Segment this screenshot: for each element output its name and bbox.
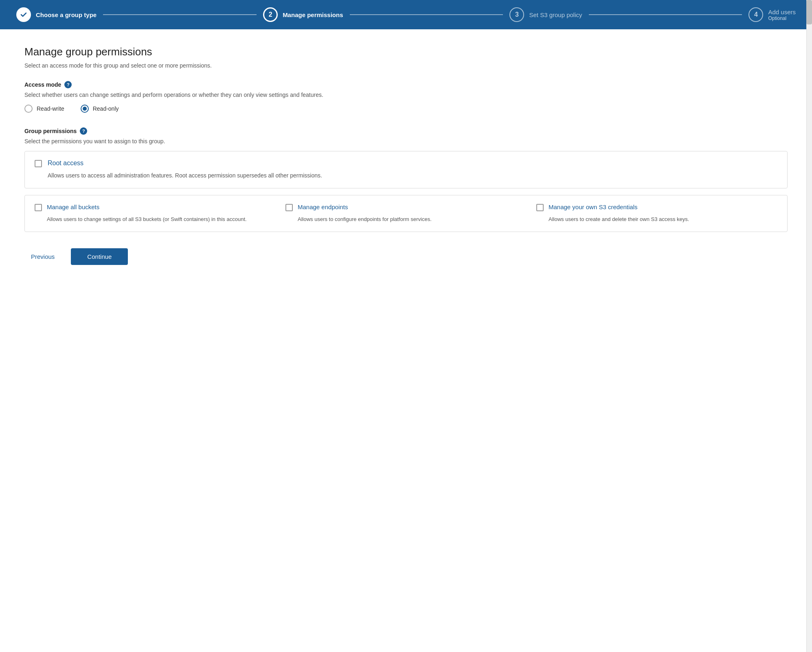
step-add-users[interactable]: 4 Add users Optional	[748, 7, 796, 22]
radio-read-write-label: Read-write	[37, 105, 64, 112]
page-description: Select an access mode for this group and…	[24, 62, 788, 69]
manage-endpoints-title: Manage endpoints	[298, 203, 348, 210]
group-permissions-label: Group permissions ?	[24, 127, 788, 135]
root-access-checkbox[interactable]	[35, 160, 42, 167]
radio-read-write-circle[interactable]	[24, 105, 33, 113]
manage-own-s3-desc: Allows users to create and delete their …	[549, 215, 777, 223]
step-manage-permissions[interactable]: 2 Manage permissions	[263, 7, 343, 22]
permissions-grid: Manage all buckets Allows users to chang…	[35, 203, 777, 223]
manage-own-s3-header: Manage your own S3 credentials	[536, 203, 777, 211]
manage-own-s3-perm: Manage your own S3 credentials Allows us…	[536, 203, 777, 223]
access-mode-help-icon[interactable]: ?	[64, 81, 72, 88]
manage-all-buckets-desc: Allows users to change settings of all S…	[47, 215, 276, 223]
radio-read-only-label: Read-only	[93, 105, 119, 112]
step-2-label: Manage permissions	[283, 11, 343, 18]
previous-button[interactable]: Previous	[24, 249, 61, 264]
wizard-header: Choose a group type 2 Manage permissions…	[0, 0, 812, 29]
access-mode-section-label: Access mode ?	[24, 81, 788, 88]
connector-3-4	[589, 14, 742, 15]
manage-all-buckets-title: Manage all buckets	[47, 203, 99, 210]
step-3-icon: 3	[509, 7, 524, 22]
radio-read-only-circle[interactable]	[81, 105, 89, 113]
manage-all-buckets-header: Manage all buckets	[35, 203, 276, 211]
scrollbar-thumb[interactable]	[806, 0, 812, 24]
manage-all-buckets-checkbox[interactable]	[35, 204, 42, 211]
manage-endpoints-checkbox[interactable]	[285, 204, 293, 211]
group-permissions-description: Select the permissions you want to assig…	[24, 138, 788, 144]
multi-permission-card: Manage all buckets Allows users to chang…	[24, 195, 788, 232]
step-2-icon: 2	[263, 7, 278, 22]
step-set-s3-group-policy[interactable]: 3 Set S3 group policy	[509, 7, 582, 22]
step-3-title: Set S3 group policy	[529, 11, 582, 18]
manage-own-s3-checkbox[interactable]	[536, 204, 544, 211]
step-4-subtitle: Optional	[768, 15, 796, 21]
radio-read-only[interactable]: Read-only	[81, 105, 119, 113]
step-1-icon	[16, 7, 31, 22]
page-title: Manage group permissions	[24, 46, 788, 58]
step-4-icon: 4	[748, 7, 763, 22]
step-1-title: Choose a group type	[36, 11, 97, 18]
main-content: Manage group permissions Select an acces…	[0, 29, 812, 298]
step-choose-group-type[interactable]: Choose a group type	[16, 7, 97, 22]
manage-endpoints-header: Manage endpoints	[285, 203, 527, 211]
step-2-title: Manage permissions	[283, 11, 343, 18]
step-3-label: Set S3 group policy	[529, 11, 582, 18]
step-4-label: Add users Optional	[768, 9, 796, 21]
connector-1-2	[103, 14, 257, 15]
root-access-title: Root access	[48, 160, 83, 167]
connector-2-3	[350, 14, 503, 15]
manage-endpoints-perm: Manage endpoints Allows users to configu…	[285, 203, 527, 223]
footer-actions: Previous Continue	[24, 248, 788, 281]
scrollbar[interactable]	[806, 0, 812, 652]
access-mode-description: Select whether users can change settings…	[24, 92, 788, 98]
continue-button[interactable]: Continue	[71, 248, 128, 265]
radio-read-write[interactable]: Read-write	[24, 105, 64, 113]
step-1-label: Choose a group type	[36, 11, 97, 18]
group-permissions-help-icon[interactable]: ?	[80, 127, 87, 135]
manage-own-s3-title: Manage your own S3 credentials	[549, 203, 637, 210]
manage-all-buckets-perm: Manage all buckets Allows users to chang…	[35, 203, 276, 223]
root-access-card: Root access Allows users to access all a…	[24, 151, 788, 188]
step-4-title: Add users	[768, 9, 796, 15]
wizard-container: Choose a group type 2 Manage permissions…	[0, 0, 812, 652]
root-access-header: Root access	[35, 160, 777, 167]
root-access-description: Allows users to access all administratio…	[48, 171, 777, 180]
access-mode-radio-group: Read-write Read-only	[24, 105, 788, 113]
manage-endpoints-desc: Allows users to configure endpoints for …	[298, 215, 527, 223]
